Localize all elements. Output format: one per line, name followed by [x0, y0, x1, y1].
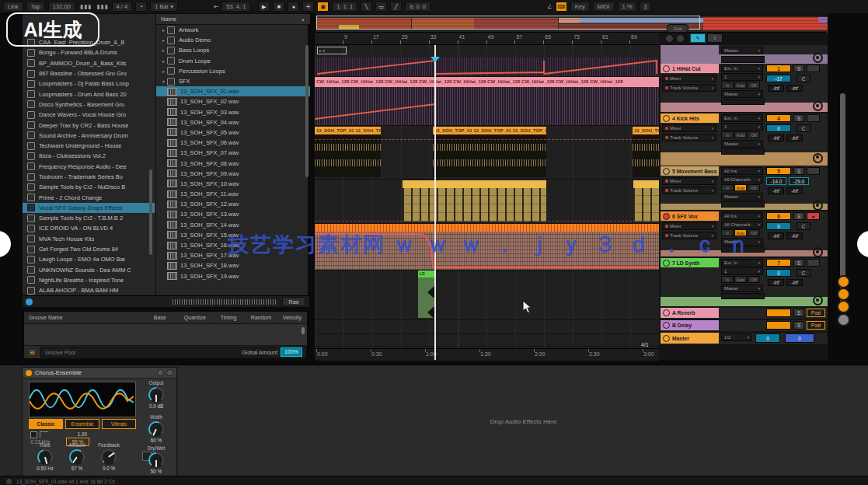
- track-lane[interactable]: [315, 58, 659, 77]
- folder-disclosure-icon[interactable]: ▸: [162, 37, 165, 43]
- monitor-off-button[interactable]: Off: [748, 82, 760, 89]
- track-number-button[interactable]: 7: [766, 259, 791, 267]
- sample-file-row[interactable]: 13_SOH_SFX_19.wav: [156, 271, 310, 281]
- sync-checkbox[interactable]: [30, 431, 37, 438]
- track-lane[interactable]: [315, 321, 659, 334]
- track-lane[interactable]: LD: [315, 270, 659, 320]
- loop-button[interactable]: ▭: [375, 2, 387, 12]
- tempo-field[interactable]: 132.00: [48, 2, 75, 12]
- input-routing-dropdown[interactable]: All Ins▾: [721, 167, 763, 175]
- solo-button[interactable]: S: [793, 65, 804, 72]
- track-name[interactable]: 7 LD Synth: [661, 258, 719, 267]
- monitor-off-button[interactable]: Off: [748, 276, 760, 283]
- audio-clip[interactable]: 13_SOH_TOP_01 13_SOH_TOP_01 13_SOH_TOP_0…: [315, 127, 381, 177]
- track-number-button[interactable]: 5: [766, 167, 791, 175]
- pack-checkbox-icon[interactable]: [27, 276, 35, 284]
- browser-pack-item[interactable]: BP_AMMOO_Drum_&_Bass_Kits: [23, 58, 155, 68]
- pack-checkbox-icon[interactable]: [27, 266, 35, 274]
- return-circle-icon[interactable]: [663, 322, 670, 329]
- pack-checkbox-icon[interactable]: [27, 215, 35, 222]
- output-routing-dropdown[interactable]: Master▾: [721, 47, 763, 54]
- monitor-auto-button[interactable]: Auto: [734, 82, 747, 89]
- return-track-name[interactable]: B Delay: [661, 320, 719, 330]
- volume-field[interactable]: -17: [766, 75, 791, 82]
- pan-knob[interactable]: C: [797, 75, 810, 82]
- browser-pack-item[interactable]: Disco Synthetics - Basement Gru: [23, 99, 155, 110]
- return-track-header[interactable]: A ReverbSPost: [661, 308, 828, 319]
- arm-circle-icon[interactable]: [663, 213, 670, 220]
- arm-button[interactable]: ●: [807, 212, 820, 220]
- pan-knob[interactable]: C: [797, 269, 810, 277]
- record-button[interactable]: ●: [288, 2, 299, 12]
- browser-pack-item[interactable]: Sound Archive - Anniversary Drum: [23, 131, 155, 141]
- punch-out-button[interactable]: ╱: [390, 2, 402, 12]
- groove-col-header[interactable]: Velocity: [278, 315, 307, 320]
- track-header[interactable]: 7 LD SynthExt. In▾1▾InAutoOffMaster▾7S0C…: [661, 258, 828, 306]
- key-map-button[interactable]: Key: [570, 2, 590, 12]
- width-knob[interactable]: [148, 421, 164, 437]
- track-lane[interactable]: CW_HiHat_128 CW_HiHat_128 CW_HiHat_128 C…: [315, 77, 659, 126]
- rate-knob[interactable]: [37, 449, 53, 465]
- arrangement-overview[interactable]: [315, 15, 868, 33]
- input-routing-dropdown[interactable]: Ext. In▾: [721, 259, 763, 267]
- pack-checkbox-icon[interactable]: [27, 204, 35, 211]
- groove-col-header[interactable]: Groove Name: [24, 315, 149, 320]
- output-routing-dropdown[interactable]: Master▾: [721, 140, 763, 148]
- monitor-auto-button[interactable]: Auto: [734, 184, 747, 191]
- browser-pack-item[interactable]: Ibiza - Clubsessions Vol.2: [23, 151, 155, 161]
- track-activator-button[interactable]: [807, 65, 820, 72]
- monitor-auto-button[interactable]: Auto: [734, 131, 747, 138]
- scroll-circle-button[interactable]: [837, 313, 850, 326]
- cue-out-dropdown[interactable]: 1/2▾: [721, 333, 752, 341]
- width-value[interactable]: 60 %: [138, 438, 175, 443]
- meter-right[interactable]: -inf: [786, 279, 803, 286]
- return-track-header[interactable]: B DelaySPost: [661, 320, 828, 331]
- folder-disclosure-icon[interactable]: ▸: [162, 68, 165, 74]
- nudge-down-icon[interactable]: ▮▮▮: [80, 3, 92, 10]
- output-routing-dropdown[interactable]: Master▾: [721, 90, 763, 98]
- feedback-value[interactable]: 0.0 %: [90, 466, 127, 471]
- follow-button[interactable]: ⇤: [214, 3, 218, 10]
- meter-left[interactable]: -inf: [768, 279, 784, 286]
- folder-disclosure-icon[interactable]: ▸: [162, 47, 165, 53]
- meter-right[interactable]: -inf: [786, 134, 803, 141]
- fold-circle-button[interactable]: [837, 300, 850, 313]
- return-activator-button[interactable]: [766, 321, 791, 330]
- arm-circle-icon[interactable]: [663, 168, 670, 175]
- pack-checkbox-icon[interactable]: [27, 131, 35, 139]
- file-folder-row[interactable]: ▸Artwork: [156, 25, 310, 35]
- track-name[interactable]: 6 SFX Vox: [661, 211, 719, 221]
- automation-chooser-dropdown[interactable]: Mixer▾: [662, 75, 716, 82]
- audio-clip[interactable]: 13_SOH_TOP_01 13_SOH_TOP_01 13_SOH_TOP_0…: [633, 127, 659, 177]
- meter-left[interactable]: -inf: [768, 187, 784, 194]
- mode-vibrato-button[interactable]: Vibrato: [102, 419, 136, 429]
- play-button[interactable]: ▶: [258, 2, 270, 12]
- overview-view-box[interactable]: [316, 16, 700, 30]
- track-name[interactable]: 5 Movement Bass: [661, 166, 719, 176]
- amount-knob[interactable]: [69, 449, 85, 465]
- pack-checkbox-icon[interactable]: [27, 49, 35, 57]
- record-arm-icon[interactable]: [813, 101, 823, 111]
- pack-checkbox-icon[interactable]: [27, 142, 35, 150]
- track-lane[interactable]: 13_SOH_TOP_01 13_SOH_TOP_01 13_SOH_TOP_0…: [315, 126, 659, 180]
- dry-wet-knob[interactable]: [148, 452, 164, 468]
- time-ruler[interactable]: 0:000:301:001:302:002:303:00: [315, 348, 659, 361]
- audio-clip[interactable]: 13_SOH_TOP_01 13_SOH_TOP_01 13_SOH_TOP_0…: [433, 127, 546, 177]
- automation-chooser-dropdown[interactable]: Track Volume▾: [662, 187, 716, 194]
- pack-checkbox-icon[interactable]: [27, 111, 35, 119]
- automation-chooser-dropdown[interactable]: Mixer▾: [662, 177, 716, 185]
- mid-value[interactable]: 1.00: [71, 431, 94, 437]
- volume-field[interactable]: 0: [766, 124, 791, 132]
- grid-pill[interactable]: Grid: [667, 24, 688, 33]
- loop-start-field[interactable]: 1. 1. 1: [332, 2, 357, 12]
- fold-circle-button[interactable]: [837, 288, 850, 301]
- browser-pack-item[interactable]: Bongo - Forward BBLA Drums: [23, 47, 155, 58]
- automation-chooser-dropdown[interactable]: Track Volume▾: [662, 134, 716, 141]
- browser-pack-item[interactable]: MVA Tech House Kits: [23, 234, 155, 244]
- file-folder-row[interactable]: ▸Percussion Loops: [156, 66, 310, 76]
- browser-pack-item[interactable]: 867 Bassline - Obsessed Gru Gru: [23, 68, 155, 79]
- groove-col-header[interactable]: Base: [149, 315, 180, 320]
- sample-file-row[interactable]: 13_SOH_SFX_01.wav: [156, 86, 310, 96]
- track-number-button[interactable]: 1: [766, 65, 791, 72]
- master-track-header[interactable]: Master1/2▾00: [661, 333, 828, 344]
